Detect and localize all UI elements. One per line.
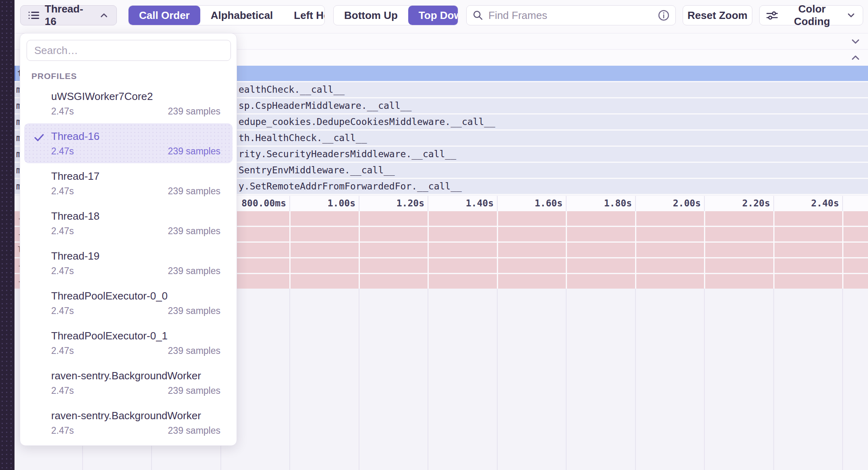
find-frames-input[interactable] (488, 9, 658, 22)
profile-item-name: raven-sentry.BackgroundWorker (51, 410, 220, 422)
profile-item[interactable]: raven-sentry.BackgroundWorker 2.47s 239 … (24, 363, 233, 403)
profile-item[interactable]: Thread-18 2.47s 239 samples (24, 203, 233, 243)
bottom-up-button[interactable]: Bottom Up (334, 6, 408, 25)
chevron-down-icon[interactable] (849, 35, 862, 48)
find-frames-search[interactable] (466, 5, 676, 25)
chevron-up-icon[interactable] (849, 52, 862, 64)
profile-item-name: Thread-19 (51, 250, 220, 262)
profile-item-name: raven-sentry.BackgroundWorker (51, 370, 220, 382)
profile-item-name: ThreadPoolExecutor-0_1 (51, 330, 220, 342)
profile-item-samples: 239 samples (168, 385, 220, 396)
timeline-gridline (359, 211, 360, 289)
profile-item-name: Thread-18 (51, 210, 220, 223)
timeline-gridline (289, 211, 291, 289)
timeline-gridline (773, 211, 775, 289)
profile-list: uWSGIWorker7Core2 2.47s 239 samples Thre… (20, 83, 237, 443)
timeline-gridline (359, 196, 359, 211)
profile-item-duration: 2.47s (51, 306, 74, 316)
timeline-gridline (635, 211, 636, 289)
color-coding-label: Color Coding (783, 3, 841, 28)
profile-item[interactable]: ThreadPoolExecutor-0_1 2.47s 239 samples (24, 323, 233, 363)
profile-item-samples: 239 samples (168, 266, 220, 276)
profile-item[interactable]: Thread-19 2.47s 239 samples (24, 243, 233, 283)
thread-selector-button[interactable]: Thread-16 (20, 5, 117, 25)
profile-item-samples: 239 samples (168, 146, 220, 156)
flame-row-label: sp.CspHeaderMiddleware.__call__ (239, 98, 411, 113)
timeline-gridline (497, 289, 498, 470)
profile-dropdown-panel: PROFILES uWSGIWorker7Core2 2.47s 239 sam… (20, 33, 237, 446)
color-coding-button[interactable]: Color Coding (759, 5, 863, 25)
timeline-gridline (428, 289, 428, 470)
timeline-gridline (842, 211, 843, 289)
timeline-gridline (566, 289, 567, 470)
timeline-gridline (289, 289, 290, 470)
sliders-icon (766, 10, 778, 21)
profile-item[interactable]: Thread-16 2.47s 239 samples (24, 123, 233, 163)
profile-item-name: ThreadPoolExecutor-0_0 (51, 290, 220, 302)
profile-item-duration: 2.47s (51, 226, 74, 236)
time-axis-tick: 2.40s (738, 195, 839, 211)
profile-item[interactable]: Thread-17 2.47s 239 samples (24, 163, 233, 203)
thread-list-icon (28, 10, 40, 21)
sort-left-heavy-button[interactable]: Left Heavy (283, 6, 325, 25)
timeline-gridline (842, 196, 843, 211)
flame-row-label: y.SetRemoteAddrFromForwardedFor.__call__ (239, 179, 462, 194)
sort-order-segmented-control: Call Order Alphabetical Left Heavy (128, 5, 325, 25)
app-sidebar (0, 0, 15, 470)
sort-alphabetical-button[interactable]: Alphabetical (200, 6, 284, 25)
timeline-gridline (704, 289, 705, 470)
flame-row-label: SentryEnvMiddleware.__call__ (239, 163, 395, 178)
profile-search-input[interactable] (27, 40, 231, 61)
profile-item[interactable]: ThreadPoolExecutor-0_0 2.47s 239 samples (24, 283, 233, 323)
timeline-gridline (704, 196, 705, 211)
profile-item-duration: 2.47s (51, 425, 74, 436)
profile-item-duration: 2.47s (51, 266, 74, 276)
profiles-section-label: PROFILES (31, 71, 237, 81)
timeline-gridline (842, 289, 843, 470)
profile-item-duration: 2.47s (51, 106, 74, 116)
reset-zoom-button[interactable]: Reset Zoom (683, 5, 752, 25)
chevron-down-icon (846, 10, 856, 21)
timeline-gridline (497, 196, 498, 211)
profile-item-samples: 239 samples (168, 345, 220, 356)
flame-row-label: edupe_cookies.DedupeCookiesMiddleware.__… (239, 114, 495, 129)
timeline-gridline (773, 196, 774, 211)
timeline-gridline (704, 211, 705, 289)
profile-item[interactable]: raven-sentry.BackgroundWorker 2.47s 239 … (24, 403, 233, 443)
thread-selector-label: Thread-16 (45, 3, 95, 28)
profile-item-samples: 239 samples (168, 425, 220, 436)
info-icon[interactable] (658, 9, 670, 21)
profile-item-name: Thread-16 (51, 130, 220, 143)
check-icon (33, 131, 45, 143)
flame-row-label: rity.SecurityHeadersMiddleware.__call__ (239, 147, 456, 162)
reset-zoom-label: Reset Zoom (687, 9, 748, 22)
profile-item-samples: 239 samples (168, 226, 220, 236)
timeline-gridline (773, 289, 774, 470)
timeline-gridline (635, 289, 636, 470)
profile-item-samples: 239 samples (168, 106, 220, 116)
profile-item-name: uWSGIWorker7Core2 (51, 90, 220, 103)
timeline-gridline (428, 196, 428, 211)
sort-call-order-button[interactable]: Call Order (129, 6, 200, 25)
timeline-gridline (635, 196, 636, 211)
flame-row-label: th.HealthCheck.__call__ (239, 131, 367, 146)
flame-row-label: ealthCheck.__call__ (239, 82, 345, 97)
direction-segmented-control: Bottom Up Top Down (333, 5, 458, 25)
profile-item-name: Thread-17 (51, 170, 220, 183)
timeline-gridline (359, 289, 359, 470)
time-axis-tick-label: 2.40s (811, 198, 839, 208)
timeline-gridline (497, 211, 498, 289)
timeline-gridline (566, 211, 567, 289)
chevron-up-icon (99, 10, 109, 21)
profile-item[interactable]: uWSGIWorker7Core2 2.47s 239 samples (24, 83, 233, 123)
profile-item-samples: 239 samples (168, 306, 220, 316)
search-icon (472, 10, 484, 21)
top-down-button[interactable]: Top Down (408, 6, 458, 25)
profile-item-duration: 2.47s (51, 186, 74, 196)
profile-item-duration: 2.47s (51, 345, 74, 356)
profile-item-duration: 2.47s (51, 146, 74, 156)
profile-item-duration: 2.47s (51, 385, 74, 396)
profile-item-samples: 239 samples (168, 186, 220, 196)
timeline-gridline (566, 196, 567, 211)
timeline-gridline (289, 196, 290, 211)
